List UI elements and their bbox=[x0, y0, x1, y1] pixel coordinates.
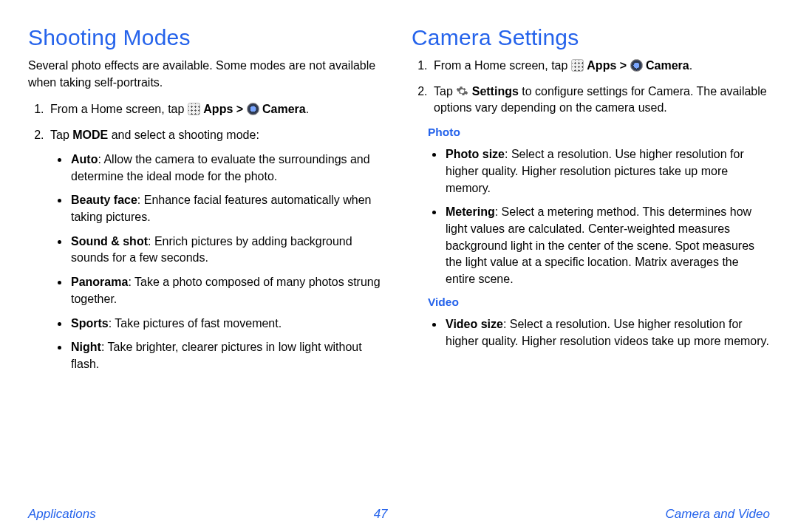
setting-item: Metering: Select a metering method. This… bbox=[444, 204, 770, 288]
settings-label: Settings bbox=[472, 85, 519, 98]
settings-steps-list: From a Home screen, tap Apps > Camera. T… bbox=[412, 58, 770, 117]
setting-item: Video size: Select a resolution. Use hig… bbox=[444, 316, 770, 349]
mode-label: MODE bbox=[72, 129, 108, 141]
intro-text: Several photo effects are available. Som… bbox=[28, 58, 386, 91]
settings-step-1: From a Home screen, tap Apps > Camera. bbox=[431, 58, 770, 75]
shooting-step-2: Tap MODE and select a shooting mode: Aut… bbox=[47, 127, 386, 373]
shooting-steps-list: From a Home screen, tap Apps > Camera. T… bbox=[28, 101, 386, 372]
mode-name: Sports bbox=[71, 317, 109, 330]
mode-desc: : Allow the camera to evaluate the surro… bbox=[71, 153, 370, 183]
photo-settings-list: Photo size: Select a resolution. Use hig… bbox=[428, 146, 770, 288]
document-page: Shooting Modes Several photo effects are… bbox=[0, 0, 798, 532]
mode-name: Night bbox=[71, 341, 101, 353]
step-text: Tap bbox=[50, 129, 72, 141]
period: . bbox=[689, 59, 692, 72]
mode-name: Beauty face bbox=[71, 194, 137, 206]
camera-label: Camera bbox=[646, 59, 689, 72]
setting-name: Photo size bbox=[446, 148, 505, 160]
shooting-step-1: From a Home screen, tap Apps > Camera. bbox=[47, 101, 386, 118]
page-number: 47 bbox=[374, 507, 388, 522]
camera-label: Camera bbox=[262, 103, 306, 115]
left-column: Shooting Modes Several photo effects are… bbox=[28, 25, 386, 502]
subheading-video: Video bbox=[428, 296, 770, 309]
subheading-photo: Photo bbox=[428, 126, 770, 139]
step-text: From a Home screen, tap bbox=[434, 59, 571, 72]
video-settings-list: Video size: Select a resolution. Use hig… bbox=[428, 316, 770, 349]
camera-icon bbox=[247, 103, 259, 115]
mode-name: Sound & shot bbox=[71, 235, 148, 248]
mode-list: Auto: Allow the camera to evaluate the s… bbox=[50, 151, 386, 373]
apps-label: Apps > bbox=[203, 103, 246, 115]
setting-item: Photo size: Select a resolution. Use hig… bbox=[444, 146, 770, 197]
gear-icon bbox=[456, 85, 468, 98]
mode-name: Panorama bbox=[71, 276, 128, 288]
step-text: and select a shooting mode: bbox=[108, 129, 259, 141]
setting-name: Metering bbox=[446, 205, 495, 218]
page-footer: Applications 47 Camera and Video bbox=[28, 502, 770, 522]
step-text: From a Home screen, tap bbox=[50, 103, 188, 115]
heading-camera-settings: Camera Settings bbox=[412, 25, 770, 50]
mode-desc: : Take pictures of fast movement. bbox=[109, 317, 282, 330]
mode-item: Panorama: Take a photo composed of many … bbox=[69, 274, 386, 307]
footer-right: Camera and Video bbox=[666, 507, 770, 522]
apps-icon bbox=[188, 103, 200, 115]
apps-icon bbox=[571, 59, 584, 72]
heading-shooting-modes: Shooting Modes bbox=[28, 25, 386, 50]
settings-step-2: Tap Settings to configure settings for C… bbox=[431, 83, 770, 117]
step-text: Tap bbox=[434, 85, 456, 98]
mode-item: Night: Take brighter, clearer pictures i… bbox=[69, 339, 386, 372]
setting-name: Video size bbox=[446, 318, 503, 330]
mode-item: Sound & shot: Enrich pictures by adding … bbox=[69, 233, 386, 267]
footer-left: Applications bbox=[28, 507, 96, 522]
apps-label: Apps > bbox=[587, 59, 630, 72]
mode-name: Auto bbox=[71, 153, 98, 166]
period: . bbox=[306, 103, 309, 115]
mode-item: Beauty face: Enhance facial features aut… bbox=[69, 192, 386, 225]
right-column: Camera Settings From a Home screen, tap … bbox=[412, 25, 770, 502]
mode-desc: : Take brighter, clearer pictures in low… bbox=[71, 341, 362, 370]
camera-icon bbox=[630, 59, 643, 72]
mode-item: Sports: Take pictures of fast movement. bbox=[69, 316, 386, 332]
two-column-layout: Shooting Modes Several photo effects are… bbox=[28, 25, 770, 502]
mode-item: Auto: Allow the camera to evaluate the s… bbox=[69, 151, 386, 185]
